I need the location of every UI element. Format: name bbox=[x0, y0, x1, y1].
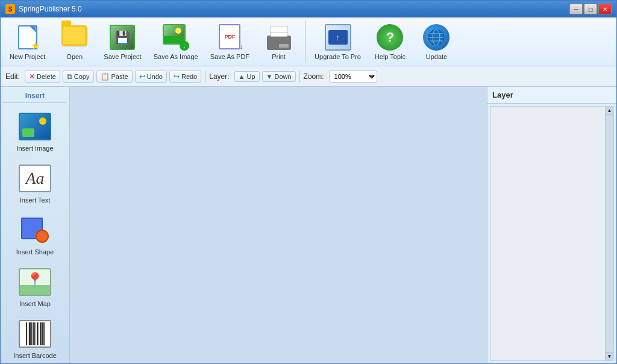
open-label: Open bbox=[66, 53, 83, 60]
redo-icon: ↪ bbox=[174, 72, 180, 81]
undo-icon: ↩ bbox=[139, 72, 145, 81]
new-project-icon: ★ bbox=[13, 23, 42, 52]
save-project-button[interactable]: 💾 Save Project bbox=[98, 20, 146, 63]
update-label: Update bbox=[426, 53, 447, 60]
upgrade-to-pro-button[interactable]: Upgrade To Pro bbox=[309, 20, 366, 63]
title-bar: S SpringPublisher 5.0 ─ ◻ ✕ bbox=[1, 1, 616, 17]
save-project-icon: 💾 bbox=[108, 23, 137, 52]
down-icon: ▼ bbox=[266, 73, 273, 80]
save-as-pdf-button[interactable]: PDF ↓ Save As PDF bbox=[205, 20, 255, 63]
main-area: Insert Insert Image Aa Insert Text bbox=[1, 87, 616, 363]
insert-shape-button[interactable]: Insert Shape bbox=[3, 209, 67, 260]
new-project-button[interactable]: ★ New Project bbox=[4, 20, 51, 63]
save-as-image-icon: ↓ bbox=[161, 23, 190, 52]
insert-image-icon bbox=[16, 110, 54, 143]
delete-icon: ✕ bbox=[29, 72, 35, 81]
sidebar: Insert Insert Image Aa Insert Text bbox=[1, 87, 70, 363]
update-button[interactable]: Update bbox=[414, 20, 459, 63]
main-window: S SpringPublisher 5.0 ─ ◻ ✕ ★ New Projec… bbox=[0, 0, 617, 364]
save-as-image-button[interactable]: ↓ Save As Image bbox=[148, 20, 204, 63]
copy-label: Copy bbox=[74, 73, 90, 80]
update-icon bbox=[422, 23, 451, 52]
right-panel: Layer ▲ ▼ bbox=[487, 87, 616, 363]
insert-barcode-label: Insert Barcode bbox=[13, 352, 57, 359]
zoom-label: Zoom: bbox=[304, 72, 324, 81]
edit-label: Edit: bbox=[5, 72, 20, 81]
save-as-image-label: Save As Image bbox=[154, 53, 198, 60]
save-as-pdf-label: Save As PDF bbox=[210, 53, 249, 60]
paste-button[interactable]: 📋 Paste bbox=[96, 71, 133, 83]
upgrade-icon bbox=[324, 23, 352, 52]
layer-down-button[interactable]: ▼ Down bbox=[262, 71, 296, 82]
layer-label: Layer: bbox=[209, 72, 229, 81]
undo-button[interactable]: ↩ Undo bbox=[135, 71, 167, 83]
insert-section-label: Insert bbox=[3, 89, 67, 103]
layer-panel-header: Layer bbox=[487, 87, 616, 104]
insert-map-button[interactable]: 📍 Insert Map bbox=[3, 261, 67, 312]
redo-label: Redo bbox=[181, 73, 197, 80]
edit-sep-2 bbox=[299, 71, 300, 83]
up-icon: ▲ bbox=[239, 73, 245, 80]
restore-button[interactable]: ◻ bbox=[584, 4, 597, 14]
app-icon: S bbox=[5, 4, 15, 14]
insert-map-icon: 📍 bbox=[16, 265, 54, 299]
save-as-pdf-icon: PDF ↓ bbox=[215, 23, 244, 52]
insert-image-button[interactable]: Insert Image bbox=[3, 105, 67, 156]
insert-barcode-icon bbox=[16, 317, 54, 351]
layer-up-button[interactable]: ▲ Up bbox=[234, 71, 260, 82]
copy-button[interactable]: ⧉ Copy bbox=[63, 71, 94, 83]
zoom-select[interactable]: 100% 50% 75% 150% 200% bbox=[329, 71, 377, 83]
toolbar-sep-1 bbox=[305, 20, 305, 63]
scroll-up-button[interactable]: ▲ bbox=[606, 107, 614, 115]
print-label: Print bbox=[272, 53, 286, 60]
close-button[interactable]: ✕ bbox=[598, 4, 612, 14]
delete-label: Delete bbox=[37, 73, 56, 80]
down-label: Down bbox=[274, 73, 291, 80]
main-toolbar: ★ New Project Open 💾 Save Project bbox=[1, 17, 616, 66]
paste-label: Paste bbox=[111, 73, 128, 80]
print-button[interactable]: Print bbox=[256, 20, 301, 63]
save-project-label: Save Project bbox=[104, 53, 141, 60]
insert-text-label: Insert Text bbox=[20, 196, 51, 204]
insert-shape-icon bbox=[16, 213, 54, 247]
copy-icon: ⧉ bbox=[67, 72, 72, 81]
insert-barcode-button[interactable]: Insert Barcode bbox=[3, 313, 67, 363]
insert-map-label: Insert Map bbox=[19, 300, 51, 307]
window-controls: ─ ◻ ✕ bbox=[569, 4, 612, 14]
insert-text-button[interactable]: Aa Insert Text bbox=[3, 157, 67, 208]
scroll-down-button[interactable]: ▼ bbox=[606, 352, 614, 360]
open-icon bbox=[60, 23, 89, 52]
open-button[interactable]: Open bbox=[52, 20, 97, 63]
layer-panel-content: ▲ ▼ bbox=[490, 106, 614, 361]
help-topic-button[interactable]: ? Help Topic bbox=[368, 20, 413, 63]
new-project-label: New Project bbox=[10, 53, 45, 60]
insert-shape-label: Insert Shape bbox=[16, 248, 54, 256]
print-icon bbox=[265, 23, 293, 52]
insert-image-label: Insert Image bbox=[16, 145, 53, 152]
window-title: SpringPublisher 5.0 bbox=[19, 5, 82, 13]
help-icon: ? bbox=[375, 23, 404, 52]
help-topic-label: Help Topic bbox=[375, 53, 406, 60]
layer-scrollbar[interactable]: ▲ ▼ bbox=[605, 107, 613, 360]
globe-svg bbox=[428, 29, 445, 46]
paste-icon: 📋 bbox=[101, 72, 110, 81]
undo-label: Undo bbox=[147, 73, 163, 80]
delete-button[interactable]: ✕ Delete bbox=[25, 71, 60, 83]
insert-text-icon: Aa bbox=[16, 162, 54, 195]
canvas-area[interactable] bbox=[70, 87, 487, 363]
edit-sep-1 bbox=[205, 71, 205, 83]
minimize-button[interactable]: ─ bbox=[569, 4, 583, 14]
up-label: Up bbox=[246, 73, 255, 80]
edit-bar: Edit: ✕ Delete ⧉ Copy 📋 Paste ↩ Undo ↪ R… bbox=[1, 66, 616, 87]
redo-button[interactable]: ↪ Redo bbox=[169, 71, 201, 83]
upgrade-to-pro-label: Upgrade To Pro bbox=[315, 53, 361, 60]
